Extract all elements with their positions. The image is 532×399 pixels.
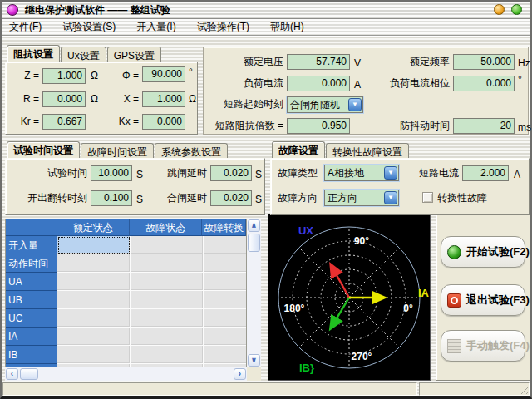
table-cell[interactable]	[204, 273, 247, 291]
kx-field[interactable]: 0.000	[142, 114, 185, 130]
close-delay-field[interactable]: 0.020	[210, 190, 252, 206]
impedance-mult-label: 短路阻抗倍数 =	[204, 118, 283, 134]
table-cell[interactable]	[204, 254, 247, 273]
load-phase-unit: °	[518, 72, 522, 88]
table-cell[interactable]	[131, 309, 204, 328]
table-cell[interactable]	[131, 291, 204, 309]
chevron-down-icon[interactable]: ▼	[384, 166, 397, 180]
trip-delay-label: 跳闸延时	[152, 165, 207, 181]
table-cell[interactable]	[57, 254, 131, 273]
load-current-field[interactable]: 0.000	[287, 76, 350, 91]
vertical-scroll-thumb[interactable]	[248, 234, 260, 252]
ib-phasor-label: IB}	[299, 362, 314, 374]
table-cell[interactable]	[57, 346, 131, 364]
table-cell[interactable]	[204, 291, 247, 309]
scroll-right-icon[interactable]: ›	[234, 368, 246, 380]
r-field[interactable]: 0.000	[42, 91, 86, 107]
impedance-panel: 阻抗设置 Ux设置 GPS设置 Z = 1.000 Ω Φ = 90.000 °…	[5, 45, 198, 135]
tab-convert-fault-settings[interactable]: 转换性故障设置	[326, 143, 409, 158]
chevron-down-icon[interactable]: ▼	[384, 191, 397, 204]
table-cell[interactable]	[204, 328, 247, 346]
table-cell[interactable]	[131, 346, 204, 364]
manual-trigger-label: 手动触发(F4)	[466, 338, 530, 353]
debounce-unit: ms	[518, 120, 531, 135]
table-cell[interactable]	[131, 254, 204, 273]
table-row: UB	[6, 291, 246, 309]
table-cell[interactable]	[131, 328, 204, 346]
x-field[interactable]: 1.000	[142, 91, 185, 107]
start-test-button[interactable]: 开始试验(F2)	[441, 236, 525, 268]
table-cell[interactable]	[204, 236, 247, 254]
rated-freq-field[interactable]: 50.000	[453, 54, 515, 70]
stop-icon	[447, 293, 461, 308]
rated-voltage-label: 额定电压	[204, 54, 283, 70]
short-current-field[interactable]: 2.000	[462, 165, 509, 181]
tab-ux-settings[interactable]: Ux设置	[61, 47, 106, 62]
menu-test-operation[interactable]: 试验操作(T)	[197, 20, 249, 34]
table-cell[interactable]	[57, 309, 131, 328]
debounce-field[interactable]: 20	[453, 118, 515, 134]
trip-delay-field[interactable]: 0.020	[210, 165, 252, 181]
system-parameters-panel: 额定电压 57.740 V 额定频率 50.000 Hz 负荷电流 0.000 …	[203, 47, 529, 135]
z-field[interactable]: 1.000	[42, 68, 86, 84]
tab-fault-time[interactable]: 故障时间设置	[81, 143, 154, 158]
table-cell[interactable]	[204, 346, 247, 364]
tab-fault-settings[interactable]: 故障设置	[272, 141, 325, 158]
timing-panel: 试验时间设置 故障时间设置 系统参数设置 试验时间 10.000 S 跳闸延时 …	[5, 141, 265, 215]
minimize-button[interactable]	[494, 4, 505, 15]
tab-test-time[interactable]: 试验时间设置	[7, 141, 80, 158]
table-row: 动作时间	[6, 254, 246, 273]
table-cell-selected[interactable]	[57, 236, 131, 254]
fault-dir-dropdown[interactable]: 正方向 ▼	[324, 190, 399, 206]
angle-label-0: 0°	[403, 303, 413, 314]
manual-trigger-icon	[447, 339, 461, 353]
rated-voltage-field[interactable]: 57.740	[287, 54, 350, 70]
tab-impedance-settings[interactable]: 阻抗设置	[7, 45, 60, 62]
convert-fault-checkbox[interactable]	[422, 192, 433, 203]
ux-phasor-arrow	[332, 267, 349, 298]
vertical-scrollbar[interactable]: ∧ ∨	[247, 219, 261, 367]
row-header: 动作时间	[6, 254, 57, 273]
table-cell[interactable]	[57, 328, 131, 346]
menu-binary-input[interactable]: 开入量(I)	[136, 20, 175, 34]
x-label: X =	[107, 91, 139, 107]
scroll-down-icon[interactable]: ∨	[248, 354, 260, 367]
load-phase-field[interactable]: 0.000	[453, 76, 515, 91]
table-cell[interactable]	[57, 291, 131, 309]
table-cell[interactable]	[131, 236, 204, 254]
kr-field[interactable]: 0.667	[42, 114, 86, 130]
short-current-unit: A	[514, 167, 520, 183]
phi-field[interactable]: 90.000	[142, 66, 185, 82]
menu-file[interactable]: 文件(F)	[9, 20, 42, 34]
menu-help[interactable]: 帮助(H)	[270, 20, 304, 34]
horizontal-scrollbar[interactable]: ‹ ›	[5, 367, 247, 381]
load-current-unit: A	[354, 77, 361, 93]
impedance-mult-field[interactable]: 0.950	[287, 118, 350, 134]
menu-test-settings[interactable]: 试验设置(S)	[62, 20, 116, 34]
close-button[interactable]	[511, 4, 522, 15]
test-time-field[interactable]: 10.000	[91, 165, 132, 181]
table-cell[interactable]	[131, 273, 204, 291]
chevron-down-icon[interactable]: ▼	[348, 98, 362, 111]
flip-time-field[interactable]: 0.100	[91, 190, 132, 206]
z-label: Z =	[11, 68, 39, 84]
horizontal-scroll-thumb[interactable]	[20, 368, 38, 380]
tab-system-params[interactable]: 系统参数设置	[155, 143, 228, 158]
fault-type-dropdown[interactable]: A相接地 ▼	[324, 165, 399, 181]
short-start-dropdown[interactable]: 合闸角随机 ▼	[287, 96, 363, 113]
table-cell[interactable]	[204, 309, 247, 328]
action-button-panel: 开始试验(F2) 退出试验(F3) 手动触发(F4)	[436, 214, 530, 381]
exit-test-button[interactable]: 退出试验(F3)	[441, 284, 525, 316]
scroll-left-icon[interactable]: ‹	[6, 368, 18, 380]
column-fault-state: 故障状态	[130, 219, 202, 236]
rated-voltage-unit: V	[354, 56, 361, 71]
kx-label: Kx =	[107, 114, 139, 130]
tab-gps-settings[interactable]: GPS设置	[107, 47, 161, 62]
resize-grip[interactable]	[518, 384, 528, 394]
scroll-up-icon[interactable]: ∧	[248, 219, 260, 232]
table-cell[interactable]	[57, 273, 131, 291]
convert-fault-label: 转换性故障	[437, 190, 512, 206]
trip-delay-unit: S	[255, 167, 262, 183]
ia-phasor-label: IA	[418, 287, 430, 299]
r-label: R =	[11, 91, 39, 107]
